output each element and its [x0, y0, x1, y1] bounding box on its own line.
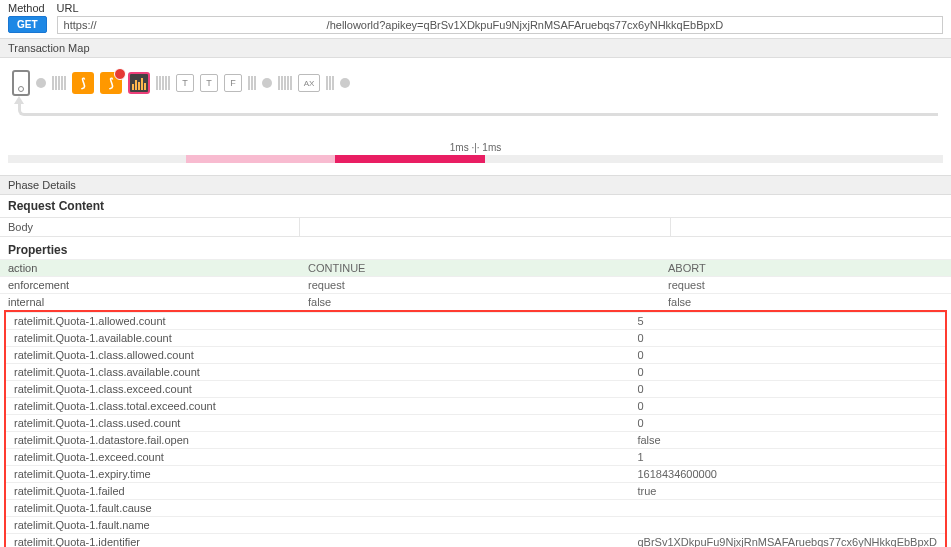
property-row: ratelimit.Quota-1.datastore.fail.openfal…: [6, 432, 945, 449]
prop-val-2: 0: [629, 415, 945, 432]
prop-val-2: [629, 500, 945, 517]
prop-val-1: [295, 449, 630, 466]
timeline-label: 1ms ·|· 1ms: [8, 142, 943, 153]
client-device-icon[interactable]: [12, 70, 30, 96]
prop-val-2: false: [660, 294, 951, 311]
timeline-seg-4: [485, 155, 943, 163]
transaction-map-header: Transaction Map: [0, 38, 951, 58]
url-label: URL: [57, 2, 943, 14]
prop-val-1: request: [300, 277, 660, 294]
prop-key: ratelimit.Quota-1.class.available.count: [6, 364, 295, 381]
prop-val-1: false: [300, 294, 660, 311]
prop-key: action: [0, 260, 300, 277]
body-cell-1: [300, 218, 671, 236]
prop-val-2: true: [629, 483, 945, 500]
prop-key: enforcement: [0, 277, 300, 294]
prop-val-1: [295, 330, 630, 347]
prop-key: ratelimit.Quota-1.identifier: [6, 534, 295, 548]
prop-val-1: [295, 364, 630, 381]
prop-val-1: [295, 432, 630, 449]
body-label: Body: [0, 218, 300, 236]
prop-key: ratelimit.Quota-1.failed: [6, 483, 295, 500]
policy-box-1[interactable]: ⟆: [72, 72, 94, 94]
request-content-header: Request Content: [0, 195, 951, 218]
prop-key: ratelimit.Quota-1.datastore.fail.open: [6, 432, 295, 449]
prop-key: ratelimit.Quota-1.allowed.count: [6, 313, 295, 330]
flow-bars-icon: [326, 76, 334, 90]
property-row: ratelimit.Quota-1.class.allowed.count0: [6, 347, 945, 364]
transaction-map: ⟆ ⟆ T T F AX 1ms ·|· 1ms: [0, 58, 951, 175]
prop-val-2: request: [660, 277, 951, 294]
url-column: URL https:///helloworld?apikey=qBrSv1XDk…: [57, 2, 943, 34]
flow-dot[interactable]: [340, 78, 350, 88]
url-suffix: /helloworld?apikey=qBrSv1XDkpuFu9NjxjRnM…: [327, 19, 724, 31]
flow-dot[interactable]: [36, 78, 46, 88]
property-row: ratelimit.Quota-1.failedtrue: [6, 483, 945, 500]
prop-val-1: [295, 398, 630, 415]
flow-dot[interactable]: [262, 78, 272, 88]
prop-val-1: [295, 381, 630, 398]
prop-key: ratelimit.Quota-1.fault.name: [6, 517, 295, 534]
flow-step-t1[interactable]: T: [176, 74, 194, 92]
timeline: 1ms ·|· 1ms: [8, 142, 943, 163]
request-header: Method GET URL https:///helloworld?apike…: [0, 0, 951, 38]
properties-table-top: actionCONTINUEABORTenforcementrequestreq…: [0, 259, 951, 310]
policy-icon: ⟆: [81, 76, 86, 90]
policy-box-2-error[interactable]: ⟆: [100, 72, 122, 94]
prop-val-1: [295, 347, 630, 364]
property-row: ratelimit.Quota-1.class.total.exceed.cou…: [6, 398, 945, 415]
prop-val-2: 0: [629, 398, 945, 415]
prop-val-1: [295, 313, 630, 330]
property-row: ratelimit.Quota-1.exceed.count1: [6, 449, 945, 466]
return-flow-arrow: [18, 102, 938, 116]
timeline-bar[interactable]: [8, 155, 943, 163]
flow-bars-icon: [278, 76, 292, 90]
prop-val-1: [295, 500, 630, 517]
method-badge: GET: [8, 16, 47, 33]
property-row: enforcementrequestrequest: [0, 277, 951, 294]
prop-key: ratelimit.Quota-1.class.used.count: [6, 415, 295, 432]
flow-bars-icon: [52, 76, 66, 90]
flow-step-f[interactable]: F: [224, 74, 242, 92]
timeline-seg-2: [186, 155, 336, 163]
property-row: ratelimit.Quota-1.allowed.count5: [6, 313, 945, 330]
property-row: ratelimit.Quota-1.expiry.time16184346000…: [6, 466, 945, 483]
properties-table-quota: ratelimit.Quota-1.allowed.count5ratelimi…: [6, 312, 945, 547]
prop-val-1: [295, 483, 630, 500]
prop-key: ratelimit.Quota-1.class.total.exceed.cou…: [6, 398, 295, 415]
property-row: ratelimit.Quota-1.fault.cause: [6, 500, 945, 517]
url-field[interactable]: https:///helloworld?apikey=qBrSv1XDkpuFu…: [57, 16, 943, 34]
prop-val-1: [295, 534, 630, 548]
prop-val-2: 0: [629, 347, 945, 364]
property-row: ratelimit.Quota-1.identifierqBrSv1XDkpuF…: [6, 534, 945, 548]
prop-key: ratelimit.Quota-1.fault.cause: [6, 500, 295, 517]
prop-val-2: 1: [629, 449, 945, 466]
prop-key: ratelimit.Quota-1.available.count: [6, 330, 295, 347]
flow-step-t2[interactable]: T: [200, 74, 218, 92]
prop-val-1: [295, 517, 630, 534]
prop-key: ratelimit.Quota-1.expiry.time: [6, 466, 295, 483]
quota-highlight-box: ratelimit.Quota-1.allowed.count5ratelimi…: [4, 310, 947, 547]
prop-val-2: 1618434600000: [629, 466, 945, 483]
property-row: ratelimit.Quota-1.class.available.count0: [6, 364, 945, 381]
timeline-seg-1: [8, 155, 186, 163]
prop-val-1: [295, 415, 630, 432]
prop-val-2: 0: [629, 381, 945, 398]
prop-val-2: [629, 517, 945, 534]
flow-bars-icon: [156, 76, 170, 90]
prop-key: ratelimit.Quota-1.class.allowed.count: [6, 347, 295, 364]
prop-key: ratelimit.Quota-1.class.exceed.count: [6, 381, 295, 398]
prop-key: ratelimit.Quota-1.exceed.count: [6, 449, 295, 466]
policy-box-selected[interactable]: [128, 72, 150, 94]
prop-key: internal: [0, 294, 300, 311]
flow-step-ax[interactable]: AX: [298, 74, 320, 92]
prop-val-2: 0: [629, 330, 945, 347]
prop-val-2: false: [629, 432, 945, 449]
quota-chart-icon: [132, 76, 146, 90]
flow-bars-icon: [248, 76, 256, 90]
prop-val-2: 0: [629, 364, 945, 381]
property-row: ratelimit.Quota-1.class.used.count0: [6, 415, 945, 432]
property-row: ratelimit.Quota-1.class.exceed.count0: [6, 381, 945, 398]
policy-icon: ⟆: [109, 76, 114, 90]
phase-details-header: Phase Details: [0, 175, 951, 195]
